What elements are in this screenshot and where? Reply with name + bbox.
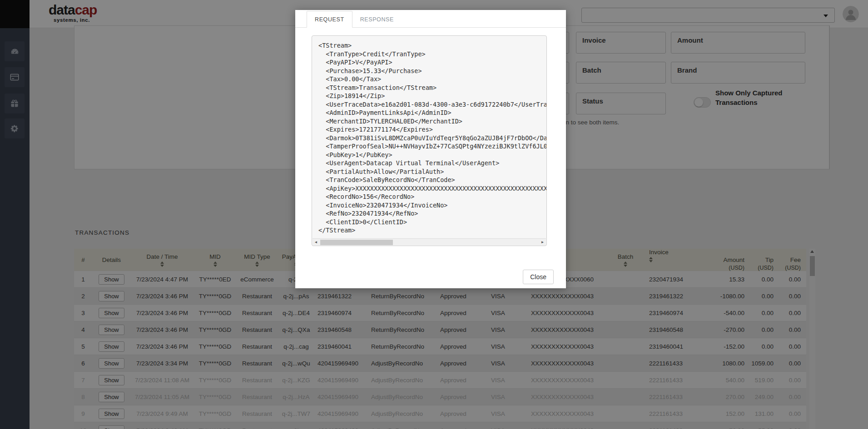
scroll-right-icon[interactable]: ►	[539, 239, 546, 246]
horizontal-scrollbar[interactable]: ◄ ►	[312, 238, 546, 245]
scroll-left-icon[interactable]: ◄	[312, 239, 319, 246]
modal-tabs: REQUEST RESPONSE	[295, 10, 566, 28]
scrollbar-thumb[interactable]	[320, 240, 393, 245]
transaction-details-modal: REQUEST RESPONSE <TStream> <TranType>Cre…	[295, 10, 566, 288]
close-button[interactable]: Close	[523, 270, 554, 284]
app-window: datacap systems, inc. Invoice Amount Bat…	[0, 0, 868, 429]
tab-response[interactable]: RESPONSE	[352, 11, 402, 27]
tab-request[interactable]: REQUEST	[307, 11, 352, 28]
request-xml: <TStream> <TranType>Credit</TranType> <P…	[312, 35, 547, 246]
